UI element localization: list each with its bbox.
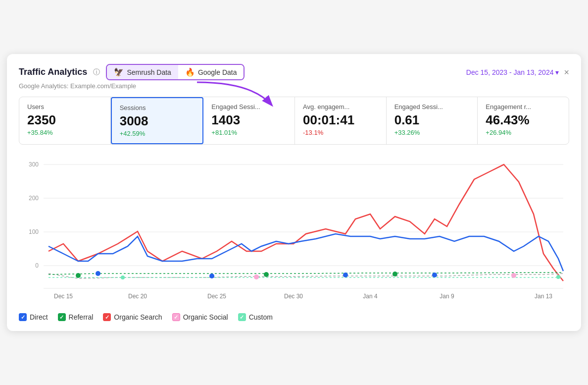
metric-cell-4[interactable]: Engaged Sessi... 0.61 +33.26% — [387, 97, 478, 144]
legend-checkbox-organic_social: ✓ — [172, 313, 180, 321]
metric-label: Sessions — [120, 104, 195, 111]
metric-label: Engaged Sessi... — [211, 103, 287, 110]
svg-text:Dec 15: Dec 15 — [54, 293, 73, 300]
chart-area: 300 200 100 0 Dec 15 Dec 20 Dec 25 Dec 3… — [19, 155, 569, 303]
legend-item-organic_social[interactable]: ✓ Organic Social — [172, 313, 228, 321]
legend-label-direct: Direct — [30, 313, 48, 321]
svg-text:Dec 20: Dec 20 — [128, 293, 147, 300]
metric-cell-5[interactable]: Engagement r... 46.43% +26.94% — [478, 97, 569, 144]
legend-label-organic_search: Organic Search — [114, 313, 162, 321]
semrush-toggle[interactable]: 🦅 Semrush Data — [107, 65, 178, 79]
metric-value: 2350 — [27, 112, 102, 128]
direct-dot — [96, 271, 100, 276]
google-icon: 🔥 — [185, 67, 195, 77]
date-range[interactable]: Dec 15, 2023 - Jan 13, 2024 ▾ — [466, 68, 559, 76]
organic-search-line — [49, 165, 563, 281]
metric-change: +26.94% — [486, 129, 561, 136]
metric-cell-3[interactable]: Avg. engagem... 00:01:41 -13.1% — [295, 97, 387, 144]
svg-text:0: 0 — [35, 262, 39, 269]
svg-text:100: 100 — [29, 228, 39, 235]
metric-change: -13.1% — [303, 129, 378, 136]
legend-checkbox-referral: ✓ — [58, 313, 66, 321]
svg-text:300: 300 — [29, 161, 39, 168]
legend-item-direct[interactable]: ✓ Direct — [19, 313, 48, 321]
legend-checkbox-custom: ✓ — [238, 313, 246, 321]
legend-item-organic_search[interactable]: ✓ Organic Search — [103, 313, 162, 321]
legend-checkbox-direct: ✓ — [19, 313, 27, 321]
chart-svg: 300 200 100 0 Dec 15 Dec 20 Dec 25 Dec 3… — [19, 155, 569, 303]
semrush-icon: 🦅 — [114, 67, 124, 77]
metric-value: 3008 — [120, 113, 195, 129]
legend-label-organic_social: Organic Social — [183, 313, 228, 321]
svg-text:Dec 25: Dec 25 — [207, 293, 226, 300]
chevron-down-icon: ▾ — [555, 68, 559, 76]
referral-dot-2 — [264, 272, 269, 277]
subtitle: Google Analytics: Example.com/Example — [19, 82, 569, 90]
metric-change: +35.84% — [27, 129, 102, 136]
social-dot-2 — [511, 273, 516, 278]
metric-change: +33.26% — [394, 129, 470, 136]
referral-dot — [76, 273, 81, 278]
metric-value: 00:01:41 — [303, 112, 378, 128]
metrics-row: Users 2350 +35.84% Sessions 3008 +42.59%… — [19, 97, 569, 145]
header-right: Dec 15, 2023 - Jan 13, 2024 ▾ × — [466, 68, 569, 77]
metric-value: 1403 — [211, 112, 287, 128]
metric-value: 0.61 — [394, 112, 470, 128]
legend-label-referral: Referral — [69, 313, 94, 321]
direct-dot-4 — [432, 273, 437, 277]
metric-label: Avg. engagem... — [303, 103, 378, 110]
metric-change: +42.59% — [120, 130, 195, 137]
metric-cell-0[interactable]: Users 2350 +35.84% — [19, 97, 111, 144]
svg-text:Dec 30: Dec 30 — [284, 293, 303, 300]
legend-label-custom: Custom — [249, 313, 273, 321]
metric-label: Users — [27, 103, 102, 110]
close-button[interactable]: × — [564, 68, 569, 77]
traffic-analytics-card: Traffic Analytics ⓘ 🦅 Semrush Data 🔥 Goo… — [7, 54, 581, 331]
metric-label: Engagement r... — [486, 103, 561, 110]
direct-dot-3 — [343, 273, 348, 277]
legend: ✓ Direct ✓ Referral ✓ Organic Search ✓ O… — [19, 311, 569, 321]
metric-change: +81.01% — [211, 129, 287, 136]
metric-value: 46.43% — [486, 112, 561, 128]
svg-text:200: 200 — [29, 195, 39, 202]
referral-dot-3 — [392, 272, 397, 276]
header: Traffic Analytics ⓘ 🦅 Semrush Data 🔥 Goo… — [19, 64, 569, 80]
referral-line — [49, 273, 563, 275]
page-title: Traffic Analytics — [19, 67, 87, 77]
custom-dot — [121, 275, 125, 279]
header-left: Traffic Analytics ⓘ 🦅 Semrush Data 🔥 Goo… — [19, 64, 245, 80]
google-toggle[interactable]: 🔥 Google Data — [178, 65, 244, 79]
svg-text:Jan 13: Jan 13 — [535, 293, 552, 300]
svg-text:Jan 4: Jan 4 — [363, 293, 378, 300]
info-icon[interactable]: ⓘ — [93, 68, 100, 77]
metric-cell-2[interactable]: Engaged Sessi... 1403 +81.01% — [203, 97, 295, 144]
data-toggle: 🦅 Semrush Data 🔥 Google Data — [106, 64, 245, 80]
legend-item-referral[interactable]: ✓ Referral — [58, 313, 94, 321]
legend-item-custom[interactable]: ✓ Custom — [238, 313, 273, 321]
social-dot — [254, 275, 259, 279]
svg-text:Jan 9: Jan 9 — [440, 293, 454, 300]
legend-checkbox-organic_search: ✓ — [103, 313, 111, 321]
custom-dot-2 — [556, 275, 560, 279]
direct-dot-2 — [209, 274, 214, 278]
metric-cell-1[interactable]: Sessions 3008 +42.59% — [111, 97, 204, 144]
metric-label: Engaged Sessi... — [394, 103, 470, 110]
